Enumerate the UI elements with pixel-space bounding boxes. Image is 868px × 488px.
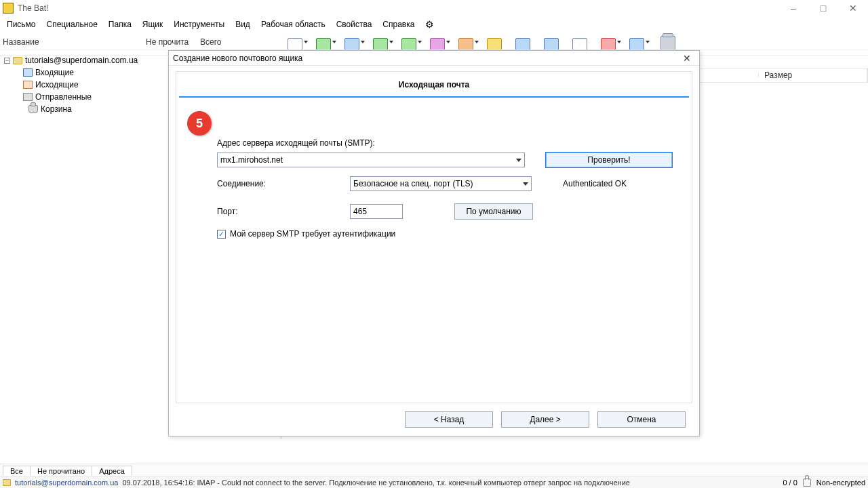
inbox-icon [23, 68, 33, 77]
nav-header-name: Название [0, 37, 146, 47]
menu-item[interactable]: Ящик [142, 20, 163, 29]
status-message: 09.07.2018, 16:54:16: IMAP - Could not c… [122, 479, 778, 487]
menu-item[interactable]: Рабочая область [261, 20, 326, 29]
menu-item[interactable]: Инструменты [174, 20, 224, 29]
menu-item[interactable]: Свойства [336, 20, 372, 29]
folder-label: Корзина [41, 104, 72, 114]
tree-trash[interactable]: Корзина [23, 103, 166, 115]
folder-icon [13, 57, 22, 64]
cancel-button[interactable]: Отмена [597, 411, 686, 428]
dialog-title: Создание нового почтового ящика [173, 54, 302, 63]
section-title: Исходящая почта [176, 72, 692, 96]
menu-item[interactable]: Специальное [47, 20, 98, 29]
auth-required-checkbox[interactable]: ✓ Мой сервер SMTP требует аутентификации [217, 229, 395, 239]
folder-label: Отправленные [35, 92, 92, 102]
checkbox-icon: ✓ [217, 230, 226, 239]
app-icon [3, 3, 14, 14]
menu-item[interactable]: Письмо [7, 20, 36, 29]
folder-tree: − tutorials@superdomain.com.ua Входящие … [0, 52, 166, 115]
tree-outbox[interactable]: Исходящие [23, 79, 166, 91]
nav-header-total: Всего [200, 37, 268, 47]
minimize-button[interactable]: – [778, 0, 808, 16]
status-encryption: Non-encrypted [816, 479, 865, 487]
menubar: Письмо Специальное Папка Ящик Инструмент… [0, 16, 868, 33]
tab-all[interactable]: Все [3, 466, 31, 476]
menu-item[interactable]: Справка [382, 20, 414, 29]
menu-item[interactable]: Вид [235, 20, 250, 29]
tab-addresses[interactable]: Адреса [92, 466, 132, 476]
smtp-label: Адрес сервера исходящей почты (SMTP): [217, 138, 673, 148]
check-button[interactable]: Проверить! [545, 152, 673, 168]
next-button[interactable]: Далее > [501, 411, 589, 428]
auth-required-label: Мой сервер SMTP требует аутентификации [230, 229, 395, 239]
trash-folder-icon [28, 105, 38, 113]
nav-header-unread: Не прочита [146, 37, 200, 47]
app-title: The Bat! [18, 3, 48, 13]
close-button[interactable]: ✕ [838, 0, 868, 16]
dialog-close-button[interactable]: ✕ [679, 53, 695, 64]
status-folder-icon [3, 479, 11, 486]
connection-value: Безопасное на спец. порт (TLS) [353, 179, 473, 188]
outbox-icon [23, 81, 33, 89]
bottom-tabs: Все Не прочитано Адреса [0, 464, 868, 476]
tree-collapse-icon[interactable]: − [4, 58, 10, 64]
tree-account[interactable]: − tutorials@superdomain.com.ua [4, 54, 166, 66]
gear-icon[interactable]: ⚙ [425, 19, 434, 30]
maximize-button[interactable]: □ [808, 0, 838, 16]
lock-icon [803, 479, 811, 487]
back-button[interactable]: < Назад [405, 411, 493, 428]
port-input[interactable] [350, 204, 403, 219]
chevron-down-icon [523, 182, 528, 186]
folder-label: Исходящие [35, 80, 79, 89]
menu-item[interactable]: Папка [108, 20, 132, 29]
step-badge: 5 [187, 111, 212, 136]
wizard-dialog: Создание нового почтового ящика ✕ Исходя… [168, 50, 700, 436]
connection-label: Соединение: [217, 179, 339, 188]
account-label: tutorials@superdomain.com.ua [25, 56, 138, 65]
status-email: tutorials@superdomain.com.ua [15, 479, 118, 487]
smtp-server-value: mx1.mirohost.net [220, 155, 283, 165]
chevron-down-icon [516, 159, 521, 162]
port-label: Порт: [217, 207, 339, 216]
connection-combo[interactable]: Безопасное на спец. порт (TLS) [350, 176, 532, 191]
window-titlebar: The Bat! – □ ✕ [0, 0, 868, 16]
tree-sent[interactable]: Отправленные [23, 91, 166, 103]
tree-inbox[interactable]: Входящие [23, 66, 166, 79]
auth-status: Authenticated OK [563, 179, 627, 188]
tab-unread[interactable]: Не прочитано [30, 466, 92, 476]
sent-icon [23, 93, 33, 101]
default-port-button[interactable]: По умолчанию [454, 203, 533, 220]
status-counter: 0 / 0 [783, 479, 797, 487]
statusbar: tutorials@superdomain.com.ua 09.07.2018,… [0, 476, 868, 488]
column-size[interactable]: Размер [759, 68, 867, 82]
smtp-server-combo[interactable]: mx1.mirohost.net [217, 152, 525, 167]
folder-label: Входящие [35, 68, 74, 77]
